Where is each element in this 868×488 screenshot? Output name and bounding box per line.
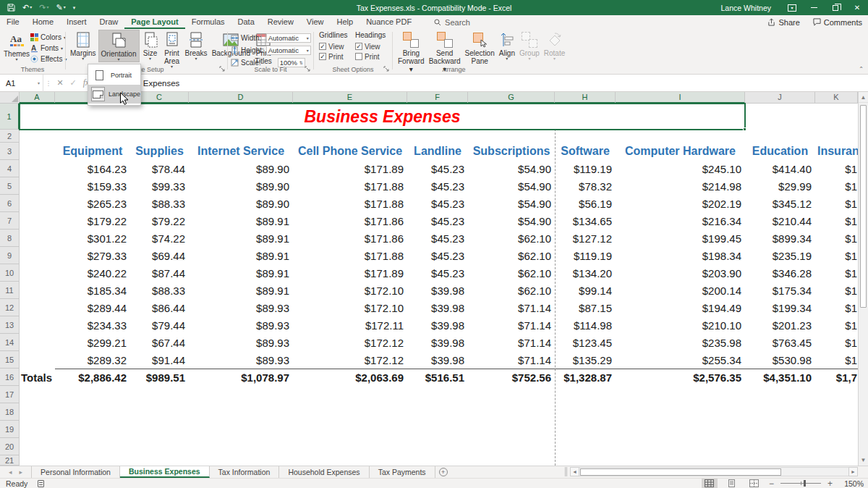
row-header-16[interactable]: 16 — [0, 369, 20, 386]
cell-B18[interactable] — [55, 403, 131, 421]
zoom-out-icon[interactable]: − — [769, 479, 774, 488]
cell-B14[interactable]: $299.21 — [55, 334, 131, 352]
cell-J8[interactable]: $899.34 — [745, 230, 816, 248]
cell-D13[interactable]: $89.93 — [189, 316, 294, 335]
align-button[interactable]: Align ▾ — [497, 30, 517, 61]
row-header-7[interactable]: 7 — [0, 212, 20, 230]
cell-C14[interactable]: $67.44 — [130, 334, 190, 352]
cell-H7[interactable]: $134.65 — [555, 212, 616, 230]
cell-G18[interactable] — [468, 403, 556, 421]
cell-C4[interactable]: $78.44 — [130, 160, 190, 178]
cell-F17[interactable] — [407, 386, 469, 404]
close-button[interactable]: ✕ — [846, 0, 868, 15]
cell-I21[interactable] — [616, 455, 746, 466]
cell-K21[interactable] — [815, 455, 858, 466]
row-header-10[interactable]: 10 — [0, 264, 20, 282]
cell-I14[interactable]: $235.98 — [616, 334, 746, 352]
row-header-2[interactable]: 2 — [0, 130, 20, 143]
vertical-scrollbar[interactable]: ▲ ▼ — [858, 92, 868, 466]
sheet-nav-right-icon[interactable]: ▸ — [20, 468, 23, 476]
cell-I16[interactable]: $2,576.35 — [616, 369, 746, 387]
cell-H10[interactable]: $134.20 — [555, 264, 616, 282]
cell-B3[interactable]: Equipment — [55, 143, 131, 161]
cell-A18[interactable] — [20, 403, 56, 421]
row-header-17[interactable]: 17 — [0, 386, 20, 403]
cell-H8[interactable]: $127.12 — [555, 230, 616, 248]
cell-K16[interactable]: $1,7 — [815, 369, 858, 387]
headings-view-checkbox[interactable]: ✓View — [355, 41, 388, 51]
cell-F12[interactable]: $39.98 — [407, 299, 469, 317]
cell-A12[interactable] — [20, 299, 56, 317]
cell-J3[interactable]: Education — [745, 143, 816, 161]
cell-G15[interactable]: $71.14 — [468, 351, 556, 369]
cell-H9[interactable]: $119.19 — [555, 247, 616, 265]
cell-K6[interactable]: $1 — [815, 195, 858, 213]
cell-J19[interactable] — [745, 421, 816, 439]
page-setup-dialog-launcher-icon[interactable] — [219, 66, 226, 72]
column-header-H[interactable]: H — [555, 92, 616, 104]
cell-H18[interactable] — [555, 403, 616, 421]
tab-file[interactable]: File — [0, 15, 26, 29]
sheet-tab-household-expenses[interactable]: Household Expenses — [279, 466, 369, 478]
cell-K1[interactable] — [815, 104, 858, 130]
cell-J4[interactable]: $414.40 — [745, 160, 816, 178]
tab-scroll-splitter[interactable] — [565, 467, 567, 476]
cell-C19[interactable] — [130, 421, 190, 439]
row-header-15[interactable]: 15 — [0, 351, 20, 369]
cell-K17[interactable] — [815, 386, 858, 404]
column-header-D[interactable]: D — [189, 92, 293, 104]
sheet-tab-tax-payments[interactable]: Tax Payments — [370, 466, 435, 478]
colors-button[interactable]: Colors▾ — [30, 32, 67, 43]
cell-D20[interactable] — [189, 438, 294, 456]
cell-B6[interactable]: $265.23 — [55, 195, 131, 213]
cell-E3[interactable]: Cell Phone Service — [293, 143, 408, 161]
row-header-13[interactable]: 13 — [0, 316, 20, 334]
column-header-I[interactable]: I — [616, 92, 745, 104]
cell-G9[interactable]: $62.10 — [468, 247, 556, 265]
cell-K7[interactable]: $1 — [815, 212, 858, 230]
tab-nuance-pdf[interactable]: Nuance PDF — [359, 15, 418, 29]
cell-J15[interactable]: $530.98 — [745, 351, 816, 369]
cell-F8[interactable]: $45.23 — [407, 230, 469, 248]
cell-A20[interactable] — [20, 438, 56, 456]
themes-button[interactable]: Aa Themes ▾ — [1, 30, 32, 62]
row-header-4[interactable]: 4 — [0, 160, 20, 177]
cell-D11[interactable]: $89.91 — [189, 282, 294, 300]
cell-H20[interactable] — [555, 438, 616, 456]
cell-C2[interactable] — [130, 130, 190, 143]
cell-B4[interactable]: $164.23 — [55, 160, 131, 178]
cell-C12[interactable]: $86.44 — [130, 299, 190, 317]
cell-G7[interactable]: $54.90 — [468, 212, 556, 230]
row-header-19[interactable]: 19 — [0, 421, 20, 438]
cell-B16[interactable]: $2,886.42 — [55, 369, 131, 387]
cell-G10[interactable]: $62.10 — [468, 264, 556, 282]
ink-pen-icon[interactable]: ✎▾ — [56, 0, 65, 15]
cell-F19[interactable] — [407, 421, 469, 439]
cell-B17[interactable] — [55, 386, 131, 404]
cell-C3[interactable]: Supplies — [130, 143, 190, 161]
cell-A21[interactable] — [20, 455, 56, 466]
tab-formulas[interactable]: Formulas — [185, 15, 231, 29]
cell-I13[interactable]: $210.10 — [616, 316, 746, 335]
cell-E15[interactable]: $172.12 — [293, 351, 408, 369]
cell-K18[interactable] — [815, 403, 858, 421]
cell-J2[interactable] — [745, 130, 816, 143]
cell-D8[interactable]: $89.91 — [189, 230, 294, 248]
cell-E18[interactable] — [293, 403, 408, 421]
cell-J1[interactable] — [745, 104, 816, 130]
cell-F9[interactable]: $45.23 — [407, 247, 469, 265]
cell-I7[interactable]: $216.34 — [616, 212, 746, 230]
cell-D9[interactable]: $89.91 — [189, 247, 294, 265]
row-header-9[interactable]: 9 — [0, 247, 20, 264]
ribbon-display-options-icon[interactable]: ▾ — [781, 0, 803, 15]
cell-G8[interactable]: $62.10 — [468, 230, 556, 248]
cell-A4[interactable] — [20, 160, 56, 178]
scroll-down-icon[interactable]: ▼ — [859, 455, 868, 466]
cell-A3[interactable] — [20, 143, 56, 161]
tab-page-layout[interactable]: Page Layout — [124, 15, 184, 29]
cell-E2[interactable] — [293, 130, 408, 143]
cell-K12[interactable]: $1 — [815, 299, 858, 317]
cell-H2[interactable] — [555, 130, 616, 143]
cell-K8[interactable]: $1 — [815, 230, 858, 248]
cell-I3[interactable]: Computer Hardware — [616, 143, 746, 161]
